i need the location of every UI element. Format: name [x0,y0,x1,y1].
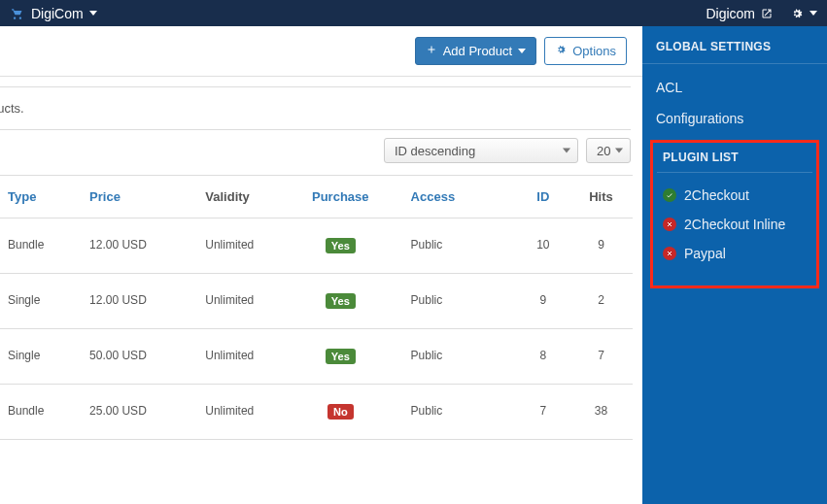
cell-purchase: Yes [280,274,401,329]
col-price[interactable]: Price [80,176,195,218]
brand-text: DigiCom [31,6,84,21]
sort-select[interactable]: ID descending [384,138,578,163]
chevron-down-icon [810,11,817,16]
chevron-down-icon [89,11,97,16]
cell-hits: 38 [569,385,633,440]
plugin-item[interactable]: 2Checkout Inline [657,210,812,239]
divider [642,63,827,64]
col-validity: Validity [195,176,280,218]
pagesize-value: 20 [597,144,610,158]
purchase-badge[interactable]: Yes [326,238,356,253]
options-label: Options [572,44,616,58]
options-button[interactable]: Options [544,37,627,65]
plugin-item[interactable]: Paypal [657,239,812,268]
plugin-name: 2Checkout [684,187,749,203]
chevron-down-icon [615,149,623,153]
plugin-list-box: PLUGIN LIST 2Checkout2Checkout InlinePay… [650,140,819,288]
cell-validity: Unlimited [195,385,280,440]
col-id[interactable]: ID [517,176,569,218]
cell-access: Public [401,274,517,329]
plugin-list-heading: PLUGIN LIST [657,151,812,172]
sidebar-item-acl[interactable]: ACL [642,72,827,103]
digicom-link-text: Digicom [706,6,755,21]
cell-hits: 2 [569,274,633,329]
global-settings-heading: GLOBAL SETTINGS [642,40,827,63]
sort-select-value: ID descending [395,144,475,158]
gear-icon [790,7,804,20]
cell-type: Bundle [0,218,80,274]
cell-access: Public [401,329,517,385]
plugin-item[interactable]: 2Checkout [657,181,812,210]
cell-type: Single [0,274,80,329]
add-product-button[interactable]: Add Product [415,37,537,65]
description-box: ducts. [0,86,631,130]
table-row: Bundle12.00 USDUnlimitedYesPublic109 [0,218,633,274]
cell-hits: 9 [569,218,633,274]
gear-icon [555,44,567,58]
external-link-icon [761,8,773,19]
cell-type: Bundle [0,385,80,440]
add-product-label: Add Product [443,44,513,58]
chevron-down-icon [518,49,526,53]
cell-id: 9 [517,274,569,329]
pagesize-select[interactable]: 20 [586,138,631,163]
divider [657,172,812,173]
cell-purchase: No [280,385,401,440]
main-content: Add Product Options ducts. ID descending… [0,26,642,504]
cell-access: Public [401,218,517,274]
cell-price: 12.00 USD [80,274,195,329]
navbar-brand[interactable]: DigiCom [10,6,97,21]
table-row: Single12.00 USDUnlimitedYesPublic92 [0,274,633,329]
plugin-name: 2Checkout Inline [684,217,785,232]
cell-id: 8 [517,329,569,385]
plugin-name: Paypal [684,246,726,261]
x-icon [663,218,676,231]
plus-icon [426,44,437,58]
cell-price: 25.00 USD [80,385,195,440]
table-row: Single50.00 USDUnlimitedYesPublic87 [0,329,633,385]
cart-icon [10,7,25,20]
cell-purchase: Yes [280,218,401,274]
col-type[interactable]: Type [0,176,80,218]
purchase-badge[interactable]: Yes [326,293,356,309]
products-table: Type Price Validity Purchase Access ID H… [0,175,633,440]
cell-validity: Unlimited [195,218,280,274]
navbar: DigiCom Digicom [0,0,827,26]
cell-id: 10 [517,218,569,274]
cell-type: Single [0,329,80,385]
toolbar: Add Product Options [0,26,642,77]
table-row: Bundle25.00 USDUnlimitedNoPublic738 [0,385,633,440]
filter-row: ID descending 20 [0,130,642,175]
sidebar: GLOBAL SETTINGS ACL Configurations PLUGI… [642,26,827,504]
check-icon [663,188,676,202]
cell-price: 12.00 USD [80,218,195,274]
cell-validity: Unlimited [195,329,280,385]
settings-menu[interactable] [790,7,817,20]
cell-id: 7 [517,385,569,440]
chevron-down-icon [563,149,570,153]
cell-hits: 7 [569,329,633,385]
cell-price: 50.00 USD [80,329,195,385]
cell-access: Public [401,385,517,440]
cell-validity: Unlimited [195,274,280,329]
cell-purchase: Yes [280,329,401,385]
col-hits: Hits [569,176,633,218]
col-purchase[interactable]: Purchase [280,176,401,218]
purchase-badge[interactable]: No [327,404,354,420]
col-access[interactable]: Access [401,176,517,218]
sidebar-item-configurations[interactable]: Configurations [642,103,827,134]
x-icon [663,247,676,260]
description-text: ducts. [0,101,24,116]
purchase-badge[interactable]: Yes [326,349,356,364]
digicom-link[interactable]: Digicom [706,6,773,21]
